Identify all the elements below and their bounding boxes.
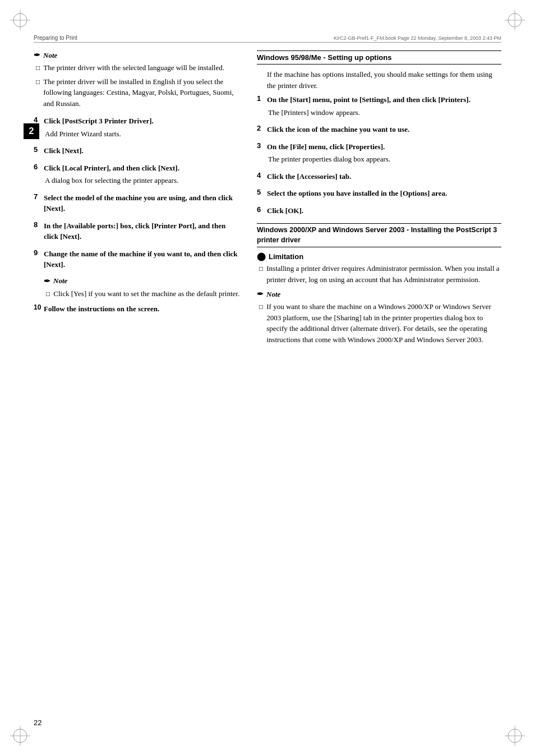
note-block-2: ✒ Note Click [Yes] if you want to set th… [44, 276, 241, 299]
step-num-9: 9 [34, 248, 44, 257]
limitation-list: Installing a printer driver requires Adm… [257, 263, 501, 285]
step-8: 8 In the [Available ports:] box, click [… [34, 220, 241, 244]
step-content-6: Click [Local Printer], and then click [N… [44, 163, 179, 188]
win2000-heading: Windows 2000/XP and Windows Server 2003 … [257, 223, 501, 247]
step-5: 5 Click [Next]. [34, 145, 241, 158]
win9x-step-num-6: 6 [257, 205, 267, 214]
win9x-step-num-2: 2 [257, 124, 267, 132]
win9x-step-1: 1 On the [Start] menu, point to [Setting… [257, 94, 501, 119]
step-content-8: In the [Available ports:] box, click [Pr… [44, 220, 241, 244]
right-column: Windows 95/98/Me - Setting up options If… [257, 50, 501, 717]
left-column: ✒ Note The printer driver with the selec… [34, 50, 241, 717]
note-title-3: ✒ Note [257, 289, 501, 299]
step-content-4: Click [PostScript 3 Printer Driver]. Add… [44, 116, 154, 141]
page-number: 22 [34, 718, 41, 727]
win9x-step-content-3: On the [File] menu, click [Properties]. … [267, 141, 390, 167]
note-item-3: If you want to share the machine on a Wi… [259, 301, 501, 345]
win9x-step-4: 4 Click the [Accessories] tab. [257, 171, 501, 184]
step-9: 9 Change the name of the machine if you … [34, 248, 241, 272]
step-num-8: 8 [34, 220, 44, 229]
step-num-4: 4 [34, 116, 44, 124]
step-4: 4 Click [PostScript 3 Printer Driver]. A… [34, 116, 241, 141]
win9x-step-num-4: 4 [257, 171, 267, 179]
note-item-2: Click [Yes] if you want to set the machi… [46, 288, 241, 299]
two-column-layout: ✒ Note The printer driver with the selec… [34, 50, 501, 717]
win9x-step-3: 3 On the [File] menu, click [Properties]… [257, 141, 501, 167]
corner-mark-bl [10, 726, 30, 746]
corner-mark-br [505, 726, 525, 746]
step-content-5: Click [Next]. [44, 145, 84, 158]
note-list-1: The printer driver with the selected lan… [34, 62, 241, 109]
step-num-6: 6 [34, 163, 44, 171]
content-area: ✒ Note The printer driver with the selec… [34, 50, 501, 717]
note-block-3: ✒ Note If you want to share the machine … [257, 289, 501, 345]
step-content-9: Change the name of the machine if you wa… [44, 248, 241, 272]
step-num-7: 7 [34, 192, 44, 201]
note-title-2: ✒ Note [44, 276, 241, 286]
win9x-step-num-1: 1 [257, 94, 267, 103]
win9x-step-num-3: 3 [257, 141, 267, 150]
win9x-step-content-2: Click the icon of the machine you want t… [267, 124, 409, 137]
step-content-10: Follow the instructions on the screen. [44, 303, 159, 316]
note-list-2: Click [Yes] if you want to set the machi… [44, 288, 241, 299]
note-icon-1: ✒ [34, 50, 40, 60]
note-list-3: If you want to share the machine on a Wi… [257, 301, 501, 345]
corner-mark-tr [505, 10, 525, 30]
win9x-step-content-1: On the [Start] menu, point to [Settings]… [267, 94, 471, 119]
win9x-step-content-4: Click the [Accessories] tab. [267, 171, 351, 184]
win9x-step-5: 5 Select the options you have installed … [257, 188, 501, 201]
win9x-step-content-5: Select the options you have installed in… [267, 188, 447, 201]
section-label: Preparing to Print [34, 35, 77, 41]
note-item: The printer driver with the selected lan… [36, 62, 241, 73]
win9x-step-6: 6 Click [OK]. [257, 205, 501, 218]
page: Preparing to Print KirC2-GB-Pref1-F_FM.b… [0, 0, 535, 756]
step-content-7: Select the model of the machine you are … [44, 192, 241, 216]
note-item: The printer driver will be installed in … [36, 76, 241, 109]
step-7: 7 Select the model of the machine you ar… [34, 192, 241, 216]
file-info: KirC2-GB-Pref1-F_FM.book Page 22 Monday,… [334, 35, 501, 41]
win9x-heading: Windows 95/98/Me - Setting up options [257, 50, 501, 64]
win9x-step-2: 2 Click the icon of the machine you want… [257, 124, 501, 137]
limitation-icon: ⬤ [257, 252, 266, 261]
note-title-1: ✒ Note [34, 50, 241, 60]
step-num-10: 10 [34, 303, 44, 311]
win9x-intro: If the machine has options installed, yo… [267, 69, 501, 91]
corner-mark-tl [10, 10, 30, 30]
note-icon-2: ✒ [44, 276, 50, 286]
note-block-1: ✒ Note The printer driver with the selec… [34, 50, 241, 109]
limitation-block: ⬤ Limitation Installing a printer driver… [257, 252, 501, 285]
header-bar: Preparing to Print KirC2-GB-Pref1-F_FM.b… [34, 35, 501, 43]
step-6: 6 Click [Local Printer], and then click … [34, 163, 241, 188]
limitation-title: ⬤ Limitation [257, 252, 501, 261]
step-10: 10 Follow the instructions on the screen… [34, 303, 241, 316]
limitation-item: Installing a printer driver requires Adm… [259, 263, 501, 285]
note-icon-3: ✒ [257, 289, 264, 299]
win9x-step-num-5: 5 [257, 188, 267, 196]
step-num-5: 5 [34, 145, 44, 154]
win9x-step-content-6: Click [OK]. [267, 205, 303, 218]
